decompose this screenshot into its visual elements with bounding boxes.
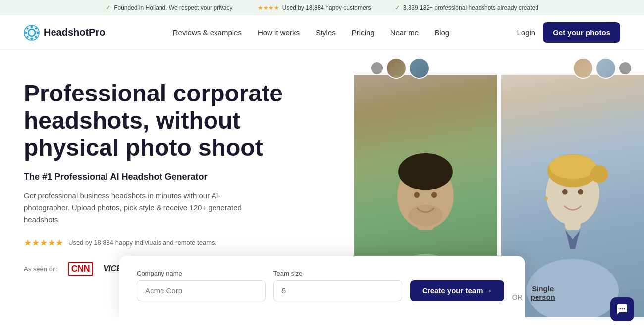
svg-point-9 bbox=[35, 27, 37, 29]
logo-text: HeadshotPro bbox=[44, 27, 105, 38]
main-nav: Reviews & examples How it works Styles P… bbox=[173, 28, 450, 37]
check-icon-2: ✓ bbox=[395, 4, 400, 11]
svg-point-21 bbox=[549, 155, 596, 179]
nav-reviews[interactable]: Reviews & examples bbox=[173, 28, 242, 37]
svg-point-4 bbox=[25, 31, 27, 34]
hero-description: Get professional business headshots in m… bbox=[24, 190, 252, 226]
get-photos-button[interactable]: Get your photos bbox=[543, 22, 620, 43]
svg-point-26 bbox=[620, 308, 621, 309]
svg-point-5 bbox=[37, 31, 39, 34]
svg-point-14 bbox=[414, 192, 420, 198]
stars-icon-banner: ★★★★ bbox=[258, 4, 279, 11]
svg-point-23 bbox=[562, 189, 568, 195]
arrow-right bbox=[618, 61, 632, 75]
svg-point-7 bbox=[35, 36, 37, 38]
svg-point-13 bbox=[398, 153, 453, 190]
form-row: Company name Team size Create your team … bbox=[137, 270, 507, 301]
company-name-input[interactable] bbox=[137, 280, 266, 301]
svg-point-16 bbox=[409, 205, 443, 226]
svg-point-27 bbox=[622, 308, 623, 309]
nav-how-it-works[interactable]: How it works bbox=[258, 28, 300, 37]
thumb-woman1 bbox=[573, 58, 593, 79]
svg-point-15 bbox=[431, 192, 437, 198]
logo[interactable]: HeadshotPro bbox=[24, 25, 105, 41]
hero-title: Professional corporate headshots, withou… bbox=[24, 80, 311, 162]
header-actions: Login Get your photos bbox=[517, 22, 620, 43]
form-overlay: Company name Team size Create your team … bbox=[119, 256, 525, 317]
top-banner: ✓ Founded in Holland. We respect your pr… bbox=[0, 0, 644, 15]
team-size-group: Team size bbox=[273, 270, 402, 301]
nav-styles[interactable]: Styles bbox=[316, 28, 336, 37]
single-person-button[interactable]: Single person bbox=[531, 284, 555, 301]
chat-icon bbox=[616, 303, 628, 315]
banner-item-2: ★★★★ Used by 18,884 happy customers bbox=[258, 4, 371, 11]
logo-icon bbox=[24, 25, 40, 41]
or-divider: OR bbox=[512, 293, 523, 301]
svg-point-22 bbox=[590, 165, 608, 183]
svg-point-24 bbox=[578, 189, 583, 195]
hero-subtitle: The #1 Professional AI Headshot Generato… bbox=[24, 172, 330, 182]
as-seen-label: As seen on: bbox=[24, 265, 58, 273]
svg-point-6 bbox=[27, 27, 29, 29]
thumb-strip-right bbox=[573, 58, 632, 79]
check-icon-1: ✓ bbox=[106, 4, 111, 11]
thumb-man1 bbox=[386, 58, 407, 79]
login-button[interactable]: Login bbox=[517, 28, 535, 37]
svg-point-2 bbox=[31, 25, 33, 28]
team-size-label: Team size bbox=[273, 270, 402, 277]
banner-item-1: ✓ Founded in Holland. We respect your pr… bbox=[106, 4, 234, 11]
header: HeadshotPro Reviews & examples How it wo… bbox=[0, 15, 644, 50]
arrow-left bbox=[370, 61, 384, 75]
svg-point-28 bbox=[624, 308, 625, 309]
hero-section: Professional corporate headshots, withou… bbox=[0, 50, 644, 317]
team-size-input[interactable] bbox=[273, 280, 402, 301]
rating-text: Used by 18,884 happy indiviuals and remo… bbox=[68, 239, 216, 246]
chat-button[interactable] bbox=[610, 297, 634, 317]
svg-point-8 bbox=[27, 36, 29, 38]
media-cnn: CNN bbox=[68, 262, 94, 276]
thumb-strip-left bbox=[370, 58, 429, 79]
banner-item-3: ✓ 3,339,182+ professional headshots alre… bbox=[395, 4, 538, 11]
rating-stars: ★★★★★ bbox=[24, 237, 63, 248]
svg-point-25 bbox=[545, 197, 548, 200]
company-name-label: Company name bbox=[137, 270, 266, 277]
company-name-group: Company name bbox=[137, 270, 266, 301]
nav-pricing[interactable]: Pricing bbox=[352, 28, 375, 37]
nav-near-me[interactable]: Near me bbox=[390, 28, 419, 37]
svg-point-3 bbox=[31, 37, 33, 40]
thumb-man2 bbox=[409, 58, 429, 79]
nav-blog[interactable]: Blog bbox=[434, 28, 449, 37]
thumb-woman2 bbox=[595, 58, 616, 79]
hero-rating: ★★★★★ Used by 18,884 happy indiviuals an… bbox=[24, 237, 330, 248]
create-team-button[interactable]: Create your team → bbox=[410, 280, 504, 301]
